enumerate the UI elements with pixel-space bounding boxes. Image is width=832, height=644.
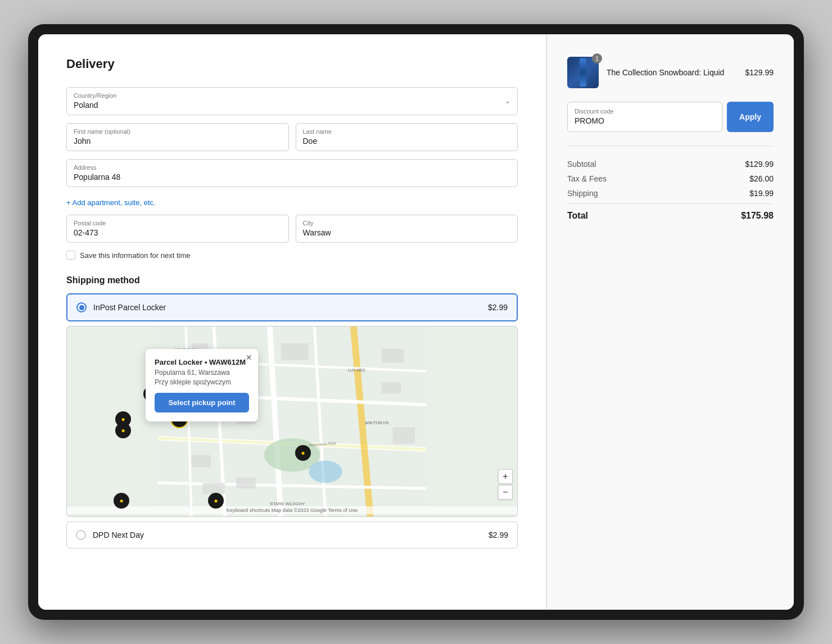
zoom-out-button[interactable]: − (498, 485, 513, 500)
map-popup: ✕ Parcel Locker • WAW612M Popularna 61, … (146, 349, 258, 421)
chevron-down-icon: ⌄ (505, 97, 510, 105)
city-field[interactable]: City Warsaw (296, 215, 518, 243)
svg-rect-21 (192, 455, 211, 468)
product-name: The Collection Snowboard: Liquid (607, 68, 737, 77)
tax-value: $26.00 (749, 174, 774, 183)
svg-rect-20 (392, 427, 415, 444)
radio-dpd (76, 530, 86, 540)
radio-inpost (76, 302, 87, 312)
device-frame: Delivery Country/Region Poland ⌄ First n… (28, 24, 804, 620)
right-panel: 1 The Collection Snowboard: Liquid $129.… (546, 34, 794, 610)
svg-rect-15 (281, 343, 309, 360)
page-title: Delivery (66, 57, 518, 71)
country-value: Poland (74, 101, 98, 110)
address-value: Popularna 48 (74, 173, 120, 182)
add-apartment-link[interactable]: + Add apartment, suite, etc. (66, 198, 156, 207)
product-price: $129.99 (745, 68, 774, 77)
dpd-price: $2.99 (489, 530, 508, 539)
last-name-value: Doe (303, 137, 318, 146)
country-select[interactable]: Country/Region Poland ⌄ (66, 87, 518, 115)
map-pin-6[interactable]: ● (208, 493, 224, 509)
postal-value: 02-473 (74, 228, 98, 237)
postal-group: Postal code 02-473 (66, 215, 289, 243)
shipping-row: Shipping $19.99 (567, 189, 774, 198)
address-label: Address (74, 164, 510, 171)
first-name-field[interactable]: First name (optional) John (66, 123, 289, 151)
grand-total-row: Total $175.98 (567, 203, 774, 221)
save-info-row[interactable]: Save this information for next time (66, 251, 518, 260)
product-row: 1 The Collection Snowboard: Liquid $129.… (567, 57, 774, 88)
last-name-group: Last name Doe (296, 123, 518, 151)
screen: Delivery Country/Region Poland ⌄ First n… (38, 34, 794, 610)
postal-field[interactable]: Postal code 02-473 (66, 215, 289, 243)
city-label: City (303, 220, 511, 226)
discount-value: PROMO (575, 116, 604, 125)
left-panel: Delivery Country/Region Poland ⌄ First n… (38, 34, 546, 610)
product-quantity-badge: 1 (592, 53, 602, 64)
svg-rect-23 (236, 477, 256, 488)
city-group: City Warsaw (296, 215, 518, 243)
map-pin-5[interactable]: ● (295, 445, 311, 461)
first-name-label: First name (optional) (74, 128, 282, 135)
country-field-group: Country/Region Poland ⌄ (66, 87, 518, 115)
discount-label: Discount code (575, 108, 715, 115)
shipping-label: Shipping (567, 189, 598, 198)
last-name-label: Last name (303, 128, 511, 135)
map-controls: + − (498, 469, 513, 500)
city-value: Warsaw (303, 228, 331, 237)
dpd-name: DPD Next Day (93, 530, 482, 539)
shipping-section-title: Shipping method (66, 275, 518, 285)
discount-row: Discount code PROMO Apply (567, 102, 774, 146)
zoom-in-button[interactable]: + (498, 469, 513, 484)
subtotal-label: Subtotal (567, 160, 596, 169)
tax-row: Tax & Fees $26.00 (567, 174, 774, 183)
popup-close-button[interactable]: ✕ (246, 353, 252, 361)
inpost-name: InPost Parcel Locker (93, 303, 481, 312)
subtotal-row: Subtotal $129.99 (567, 160, 774, 169)
product-image-inner (580, 58, 586, 87)
grand-total-label: Total (567, 211, 588, 221)
popup-title: Parcel Locker • WAW612M (155, 358, 249, 366)
first-name-value: John (74, 137, 91, 146)
inpost-price: $2.99 (488, 303, 508, 312)
subtotal-value: $129.99 (745, 160, 774, 169)
save-info-checkbox[interactable] (66, 251, 75, 260)
svg-text:STARE WŁOCHY: STARE WŁOCHY (270, 501, 306, 506)
address-field[interactable]: Address Popularna 48 (66, 159, 518, 187)
shipping-option-inpost[interactable]: InPost Parcel Locker $2.99 (66, 293, 518, 321)
shipping-option-dpd[interactable]: DPD Next Day $2.99 (66, 521, 518, 548)
shipping-value: $19.99 (749, 189, 774, 198)
popup-note: Przy sklepie spożywczym (155, 378, 249, 386)
svg-text:WIKTORYŃ: WIKTORYŃ (365, 420, 389, 425)
totals-section: Subtotal $129.99 Tax & Fees $26.00 Shipp… (567, 160, 774, 221)
postal-label: Postal code (74, 220, 282, 226)
country-label: Country/Region (74, 92, 116, 99)
map-pin-3[interactable]: ● (114, 493, 129, 509)
map-background: WŁOCHY MIASTO OGRÓD WŁOCHY STARE WŁOCHY … (67, 326, 517, 516)
map-container[interactable]: WŁOCHY MIASTO OGRÓD WŁOCHY STARE WŁOCHY … (66, 326, 518, 517)
svg-rect-18 (382, 349, 404, 363)
map-attribution: Keyboard shortcuts Map data ©2023 Google… (67, 506, 517, 514)
radio-inpost-inner (79, 305, 84, 310)
svg-text:LUX MED: LUX MED (348, 368, 365, 372)
address-group: Address Popularna 48 (66, 159, 518, 187)
apply-discount-button[interactable]: Apply (727, 102, 774, 132)
svg-rect-19 (382, 382, 401, 393)
svg-point-12 (309, 461, 342, 483)
tax-label: Tax & Fees (567, 174, 607, 183)
popup-address: Popularna 61, Warszawa (155, 369, 249, 377)
save-info-label: Save this information for next time (80, 251, 191, 260)
product-image-wrap: 1 (567, 57, 599, 88)
first-name-group: First name (optional) John (66, 123, 289, 151)
postal-city-row: Postal code 02-473 City Warsaw (66, 215, 518, 243)
svg-rect-22 (202, 483, 225, 494)
map-pin-4[interactable]: ● (115, 411, 131, 427)
select-pickup-point-button[interactable]: Select pickup point (155, 393, 249, 412)
discount-input-wrap[interactable]: Discount code PROMO (567, 102, 722, 132)
last-name-field[interactable]: Last name Doe (296, 123, 518, 151)
name-row: First name (optional) John Last name Doe (66, 123, 518, 151)
grand-total-value: $175.98 (741, 211, 774, 221)
